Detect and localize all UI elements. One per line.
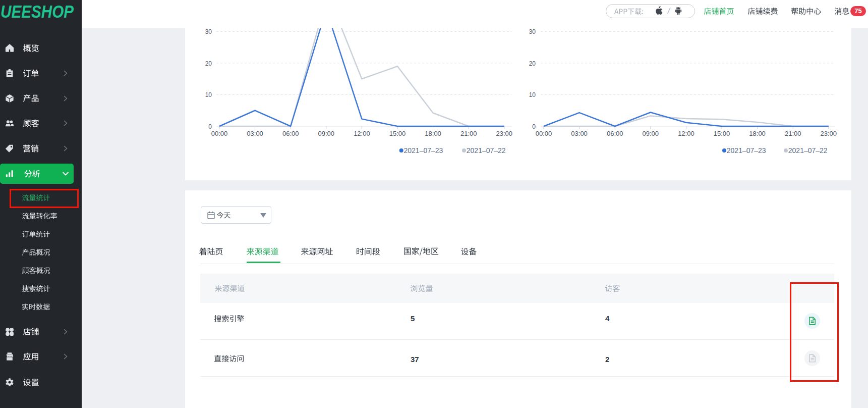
svg-text:15:00: 15:00 — [389, 130, 406, 137]
svg-text:2021–07–22: 2021–07–22 — [788, 146, 828, 155]
svg-text:15:00: 15:00 — [714, 130, 730, 137]
svg-text:03:00: 03:00 — [247, 130, 263, 137]
svg-text:20: 20 — [529, 60, 536, 67]
svg-text:21:00: 21:00 — [785, 130, 801, 137]
svg-text:00:00: 00:00 — [536, 130, 552, 137]
svg-text:10: 10 — [205, 91, 212, 98]
svg-text:2021–07–22: 2021–07–22 — [467, 146, 506, 155]
svg-text:06:00: 06:00 — [607, 130, 623, 137]
svg-text:12:00: 12:00 — [354, 130, 370, 137]
svg-text:20: 20 — [205, 60, 212, 67]
svg-text:30: 30 — [205, 28, 212, 35]
svg-text:09:00: 09:00 — [318, 130, 335, 137]
svg-text:18:00: 18:00 — [425, 130, 441, 137]
svg-text:2021–07–23: 2021–07–23 — [727, 146, 766, 155]
svg-text:21:00: 21:00 — [460, 130, 477, 137]
svg-text:12:00: 12:00 — [678, 130, 695, 137]
svg-text:03:00: 03:00 — [571, 130, 588, 137]
svg-text:0: 0 — [532, 123, 536, 130]
svg-text:06:00: 06:00 — [282, 130, 299, 137]
svg-text:10: 10 — [529, 91, 536, 98]
svg-text:00:00: 00:00 — [211, 130, 228, 137]
svg-text:23:00: 23:00 — [496, 130, 513, 137]
svg-text:0: 0 — [208, 123, 212, 130]
svg-text:2021–07–23: 2021–07–23 — [404, 146, 443, 155]
svg-text:30: 30 — [529, 28, 536, 35]
svg-text:09:00: 09:00 — [643, 130, 659, 137]
svg-text:23:00: 23:00 — [821, 130, 837, 137]
svg-text:18:00: 18:00 — [749, 130, 766, 137]
